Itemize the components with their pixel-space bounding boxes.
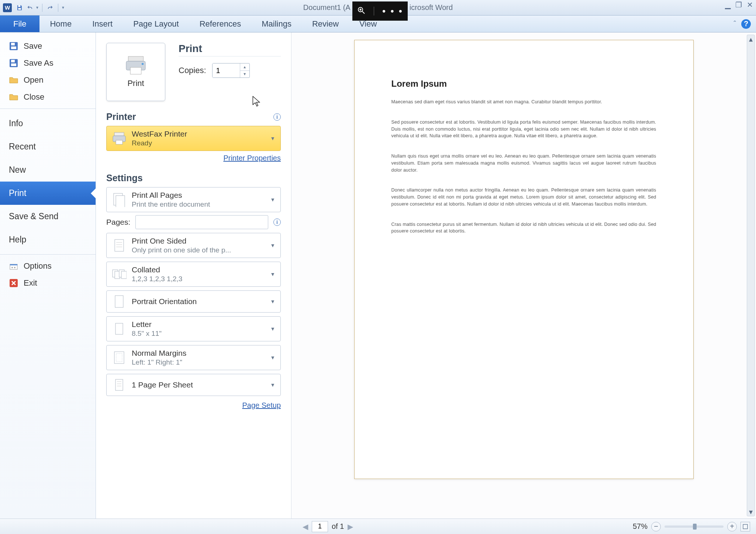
nav-options[interactable]: Options [0,258,96,275]
tab-file[interactable]: File [0,15,39,32]
margins-sub: Left: 1" Right: 1" [132,358,257,367]
svg-line-3 [362,11,365,14]
collate-dropdown[interactable]: Collated 1,2,3 1,2,3 1,2,3 ▼ [106,262,281,287]
nav-save[interactable]: Save [0,38,96,55]
svg-point-20 [142,63,144,65]
preview-statusbar: ◀ of 1 ▶ 57% − + [0,519,756,534]
pages-label: Pages: [106,218,130,227]
printer-status: Ready [132,139,257,148]
nav-recent[interactable]: Recent [0,135,96,158]
zoom-percent[interactable]: 57% [633,522,648,531]
backstage-nav: Save Save As Open Close Info Recent New … [0,32,96,519]
svg-rect-11 [11,63,16,66]
paper-size-title: Letter [132,320,265,329]
undo-button[interactable] [25,3,35,13]
collate-sub: 1,2,3 1,2,3 1,2,3 [132,275,257,283]
tab-references[interactable]: References [189,15,252,32]
redo-button[interactable] [45,3,55,13]
pages-input[interactable] [135,215,268,229]
save-icon [9,41,18,51]
preview-scrollbar[interactable]: ▴ ▾ [747,35,755,516]
nav-open[interactable]: Open [0,72,96,89]
doc-paragraph: Cras mattis consectetur purus sit amet f… [391,221,656,235]
portrait-icon [112,294,127,309]
minimize-button[interactable]: ▁ [724,1,732,8]
pages-per-sheet-title: 1 Page Per Sheet [132,380,265,390]
tab-insert[interactable]: Insert [82,15,123,32]
doc-paragraph: Nullam quis risus eget urna mollis ornar… [391,153,656,173]
margins-icon [112,350,127,365]
nav-save-send[interactable]: Save & Send [0,205,96,228]
zoom-to-page-button[interactable] [741,522,750,531]
nav-save-label: Save [24,41,42,51]
nav-help[interactable]: Help [0,228,96,251]
nav-print[interactable]: Print [0,182,96,205]
svg-rect-1 [18,8,21,10]
zoom-slider-thumb[interactable] [693,524,697,530]
chevron-down-icon: ▼ [270,197,275,203]
print-preview-area: Lorem Ipsum Maecenas sed diam eget risus… [291,32,756,519]
nav-new[interactable]: New [0,158,96,182]
nav-save-as[interactable]: Save As [0,55,96,72]
undo-dropdown-icon[interactable]: ▼ [35,6,39,10]
ribbon-collapse-icon[interactable]: ˆ [733,20,736,28]
svg-rect-25 [116,196,125,207]
margins-title: Normal Margins [132,348,265,358]
copies-spinner[interactable]: ▲ ▼ [212,63,250,78]
chevron-down-icon: ▼ [270,242,275,248]
nav-info[interactable]: Info [0,112,96,135]
scroll-up-icon[interactable]: ▴ [747,35,755,43]
pages-per-sheet-icon [112,378,127,392]
nav-print-label: Print [9,188,26,198]
page-number-input[interactable] [312,521,328,532]
doc-paragraph: Donec ullamcorper nulla non metus auctor… [391,187,656,207]
svg-rect-7 [11,43,15,45]
paper-size-dropdown[interactable]: Letter 8.5" x 11" ▼ [106,316,281,341]
printer-dropdown[interactable]: WestFax Printer Ready ▼ [106,126,281,151]
tab-home[interactable]: Home [39,15,82,32]
copies-input[interactable] [213,63,240,77]
restore-button[interactable]: ❐ [735,1,743,8]
prev-page-button[interactable]: ◀ [303,522,308,531]
orientation-title: Portrait Orientation [132,297,265,306]
svg-rect-35 [115,323,123,334]
sides-dropdown[interactable]: Print One Sided Only print on one side o… [106,233,281,258]
copies-down-icon[interactable]: ▼ [240,71,249,78]
scroll-down-icon[interactable]: ▾ [747,508,755,516]
print-heading: Print [179,43,281,56]
next-page-button[interactable]: ▶ [348,522,353,531]
print-button[interactable]: Print [106,43,165,101]
printer-properties-link[interactable]: Printer Properties [223,154,281,162]
zoom-in-button[interactable]: + [727,522,737,531]
paper-size-sub: 8.5" x 11" [132,329,257,338]
options-icon [9,261,18,271]
nav-exit[interactable]: Exit [0,275,96,292]
nav-close[interactable]: Close [0,89,96,106]
print-range-dropdown[interactable]: Print All Pages Print the entire documen… [106,187,281,212]
page-setup-link[interactable]: Page Setup [242,401,281,409]
copies-up-icon[interactable]: ▲ [240,63,249,71]
print-button-label: Print [127,79,144,88]
tab-mailings[interactable]: Mailings [251,15,302,32]
chevron-down-icon: ▼ [270,271,275,277]
save-qat-button[interactable] [15,3,24,13]
printer-name: WestFax Printer [132,129,265,139]
close-window-button[interactable]: ✕ [746,1,754,8]
svg-rect-33 [121,271,127,279]
pages-info-icon[interactable]: i [273,218,281,226]
svg-rect-34 [115,296,123,307]
nav-new-label: New [9,165,26,175]
zoom-out-button[interactable]: − [651,522,661,531]
pages-per-sheet-dropdown[interactable]: 1 Page Per Sheet ▼ [106,374,281,396]
tab-page-layout[interactable]: Page Layout [123,15,189,32]
printer-info-icon[interactable]: i [273,113,281,121]
qat-customize-icon[interactable]: ▼ [61,6,65,10]
zoom-in-overlay-icon[interactable] [357,6,366,17]
margins-dropdown[interactable]: Normal Margins Left: 1" Right: 1" ▼ [106,345,281,370]
help-icon[interactable]: ? [741,19,751,29]
zoom-slider[interactable] [664,526,724,528]
sides-sub: Only print on one side of the p... [132,246,257,255]
one-sided-icon [112,238,127,253]
tab-review[interactable]: Review [302,15,349,32]
orientation-dropdown[interactable]: Portrait Orientation ▼ [106,290,281,313]
